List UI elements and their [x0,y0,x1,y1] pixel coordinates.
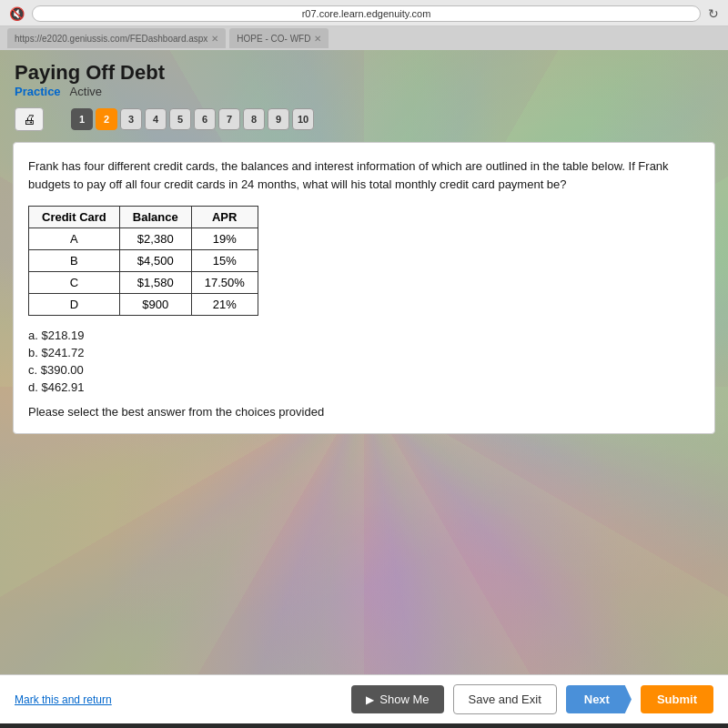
nav-btn-6[interactable]: 6 [194,108,216,130]
tab-bar: https://e2020.geniussis.com/FEDashboard.… [0,26,728,50]
table-cell: $2,380 [119,228,191,250]
table-cell: D [29,294,120,316]
submit-button[interactable]: Submit [641,685,713,713]
select-prompt: Please select the best answer from the c… [28,405,700,419]
address-bar[interactable]: r07.core.learn.edgenuity.com [32,5,701,22]
answer-choice-b[interactable]: b. $241.72 [28,346,700,359]
print-button[interactable]: 🖨 [15,107,44,131]
nav-btn-8[interactable]: 8 [243,108,265,130]
nav-btn-5[interactable]: 5 [169,108,191,130]
tab-1[interactable]: https://e2020.geniussis.com/FEDashboard.… [7,28,226,48]
table-cell: $1,580 [119,272,191,294]
table-header-balance: Balance [119,207,191,228]
nav-btn-4[interactable]: 4 [145,108,167,130]
tab-1-close[interactable]: ✕ [211,34,218,44]
tab-2[interactable]: HOPE - CO- WFD ✕ [229,28,329,48]
nav-btn-7[interactable]: 7 [218,108,240,130]
save-exit-button[interactable]: Save and Exit [453,684,557,714]
browser-icon: 🔇 [9,6,25,21]
subtitle-practice: Practice [15,85,61,98]
table-cell: A [29,228,120,250]
table-cell: $4,500 [119,250,191,272]
nav-btn-9[interactable]: 9 [268,108,289,130]
table-row: D $900 21% [29,294,258,316]
nav-btn-1[interactable]: 1 [71,108,93,130]
table-cell: C [29,272,120,294]
show-me-label: Show Me [379,693,429,706]
refresh-button[interactable]: ↻ [708,6,719,21]
nav-btn-2[interactable]: 2 [96,108,117,130]
table-cell: B [29,250,120,272]
table-cell: 17.50% [191,272,258,294]
table-cell: $900 [119,294,191,316]
bottom-bar: Mark this and return ▶ Show Me Save and … [0,674,728,723]
table-cell: 15% [191,250,258,272]
question-text: Frank has four different credit cards, t… [28,157,700,193]
next-button[interactable]: Next [566,685,632,713]
table-row: A $2,380 19% [29,228,258,250]
page-background: Paying Off Debt Practice Active 🖨 1 2 3 … [0,50,728,723]
answer-choice-d[interactable]: d. $462.91 [28,380,700,394]
subtitle-active: Active [70,85,102,98]
table-row: C $1,580 17.50% [29,272,258,294]
table-row: B $4,500 15% [29,250,258,272]
question-card: Frank has four different credit cards, t… [13,142,715,434]
video-icon: ▶ [366,693,374,706]
page-title: Paying Off Debt [15,61,713,85]
answer-choice-c[interactable]: c. $390.00 [28,363,700,377]
credit-table: Credit Card Balance APR A $2,380 19% B $… [28,206,258,316]
tab-1-label: https://e2020.geniussis.com/FEDashboard.… [15,34,207,44]
answer-choices: a. $218.19 b. $241.72 c. $390.00 d. $462… [28,329,700,394]
header: Paying Off Debt Practice Active [0,50,728,102]
browser-chrome: 🔇 r07.core.learn.edgenuity.com ↻ [0,0,728,26]
tab-2-close[interactable]: ✕ [314,34,321,44]
nav-btn-3[interactable]: 3 [120,108,142,130]
table-header-card: Credit Card [29,207,120,228]
table-header-apr: APR [191,207,258,228]
toolbar: 🖨 1 2 3 4 5 6 7 8 9 10 [0,102,728,136]
mark-return-link[interactable]: Mark this and return [15,693,112,706]
table-cell: 19% [191,228,258,250]
nav-btn-10[interactable]: 10 [292,108,314,130]
show-me-button[interactable]: ▶ Show Me [351,685,443,713]
answer-choice-a[interactable]: a. $218.19 [28,329,700,342]
question-nav: 1 2 3 4 5 6 7 8 9 10 [71,108,314,130]
table-cell: 21% [191,294,258,316]
tab-2-label: HOPE - CO- WFD [237,34,310,44]
page-subtitle: Practice Active [15,85,713,98]
